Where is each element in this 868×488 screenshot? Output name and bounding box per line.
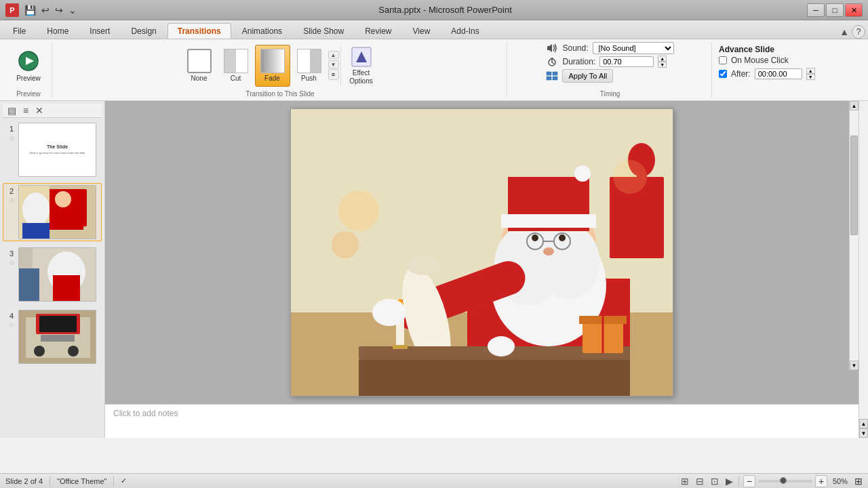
slide-thumb-2[interactable]: 2 ☆ xyxy=(3,183,102,241)
zoom-in-btn[interactable]: + xyxy=(815,475,827,487)
scroll-thumb[interactable] xyxy=(850,136,858,236)
tab-transitions[interactable]: Transitions xyxy=(167,23,231,39)
svg-point-42 xyxy=(574,165,591,182)
close-panel-btn[interactable]: ✕ xyxy=(33,105,45,116)
svg-point-69 xyxy=(372,299,406,326)
tab-file[interactable]: File xyxy=(3,23,36,39)
status-sep-1 xyxy=(50,476,50,486)
on-mouse-click-checkbox[interactable] xyxy=(719,56,727,64)
svg-rect-41 xyxy=(501,214,596,228)
reading-view-btn[interactable]: ⊡ xyxy=(709,476,720,487)
scroll-up-btn[interactable]: ▲ xyxy=(850,101,859,110)
slide-thumb-3[interactable]: 3 ☆ xyxy=(3,245,102,304)
tab-home[interactable]: Home xyxy=(37,23,79,39)
scroll-up-btn[interactable]: ▲ xyxy=(328,51,339,59)
minimize-button[interactable]: ─ xyxy=(807,3,825,17)
duration-row: Duration: ▲ ▼ xyxy=(546,56,667,68)
customize-quick-btn[interactable]: ⌄ xyxy=(67,5,78,16)
after-label: After: xyxy=(731,69,751,79)
svg-point-51 xyxy=(406,255,440,275)
push-icon xyxy=(297,49,321,73)
adjust-up-btn[interactable]: ▲ xyxy=(859,419,868,428)
apply-row: Apply To All xyxy=(546,69,613,83)
close-button[interactable]: ✕ xyxy=(845,3,863,17)
slide-img-container-4 xyxy=(18,310,96,364)
ribbon-collapse-btn[interactable]: ▲ xyxy=(840,26,849,37)
svg-point-45 xyxy=(543,247,554,256)
scroll-down-btn[interactable]: ▼ xyxy=(328,60,339,68)
push-transition-btn[interactable]: Push xyxy=(292,45,327,87)
slide-star-2: ☆ xyxy=(9,197,15,204)
apply-to-all-btn[interactable]: Apply To All xyxy=(562,69,613,83)
tab-animations[interactable]: Animations xyxy=(232,23,292,39)
after-down-btn[interactable]: ▼ xyxy=(806,74,815,80)
tab-bar: File Home Insert Design Transitions Anim… xyxy=(0,20,868,39)
after-row: After: ▲ ▼ xyxy=(719,68,857,80)
scroll-down-btn[interactable]: ▼ xyxy=(850,361,859,370)
slide-panel: ▤ ≡ ✕ 1 ☆ The Slide Click to go here for… xyxy=(0,101,105,438)
save-quick-btn[interactable]: 💾 xyxy=(23,5,37,16)
svg-point-68 xyxy=(332,231,359,258)
slides-view-btn[interactable]: ▤ xyxy=(5,105,18,116)
zoom-slider-thumb[interactable] xyxy=(780,477,787,484)
after-input[interactable] xyxy=(755,68,802,79)
sound-label: Sound: xyxy=(562,43,588,53)
tab-insert[interactable]: Insert xyxy=(79,23,120,39)
scroll-expand-btn[interactable]: ≡ xyxy=(328,69,339,80)
slide2-preview-img xyxy=(19,186,96,239)
zoom-slider[interactable] xyxy=(758,480,812,483)
svg-point-29 xyxy=(34,346,45,357)
tab-review[interactable]: Review xyxy=(355,23,401,39)
notes-area[interactable]: Click to add notes xyxy=(105,404,859,438)
svg-point-67 xyxy=(613,160,647,194)
window-title: Santa.pptx - Microsoft PowerPoint xyxy=(83,5,807,15)
cut-transition-btn[interactable]: Cut xyxy=(218,45,254,87)
effect-options-btn[interactable]: EffectOptions xyxy=(344,46,379,85)
canvas-container: ▲ ▼ xyxy=(105,101,859,438)
slide-info: Slide 2 of 4 xyxy=(5,477,43,485)
preview-button[interactable]: Preview xyxy=(11,45,46,87)
redo-quick-btn[interactable]: ↪ xyxy=(54,5,64,16)
slide4-preview-img xyxy=(19,310,96,364)
svg-point-14 xyxy=(55,191,71,207)
tab-design[interactable]: Design xyxy=(121,23,166,39)
canvas-area: ▲ ▼ xyxy=(105,101,859,404)
slide1-body: Click to go here for more notes under th… xyxy=(29,151,85,155)
scroll-track xyxy=(850,110,859,361)
slide-img-1: The Slide Click to go here for more note… xyxy=(18,123,100,177)
tab-addins[interactable]: Add-Ins xyxy=(441,23,489,39)
slide3-preview-img xyxy=(19,248,96,302)
zoom-out-btn[interactable]: − xyxy=(743,475,755,487)
after-checkbox[interactable] xyxy=(719,70,727,78)
tab-slideshow[interactable]: Slide Show xyxy=(293,23,354,39)
svg-rect-54 xyxy=(359,360,630,396)
fade-icon xyxy=(260,49,285,73)
duration-down-btn[interactable]: ▼ xyxy=(658,62,667,68)
slide1-preview: The Slide Click to go here for more note… xyxy=(19,123,96,176)
outline-view-btn[interactable]: ≡ xyxy=(21,105,31,116)
duration-input[interactable] xyxy=(599,56,654,67)
check-icon: ✓ xyxy=(121,476,127,485)
slide-sorter-btn[interactable]: ⊟ xyxy=(694,476,705,487)
adjust-down-btn[interactable]: ▼ xyxy=(859,428,868,438)
slideshow-btn[interactable]: ▶ xyxy=(724,476,734,487)
normal-view-btn[interactable]: ⊞ xyxy=(679,476,690,487)
none-transition-btn[interactable]: None xyxy=(182,45,217,87)
none-icon xyxy=(187,49,212,73)
svg-point-66 xyxy=(338,190,379,231)
fit-slide-btn[interactable]: ⊞ xyxy=(854,476,863,487)
sound-dropdown[interactable]: [No Sound] xyxy=(593,42,674,54)
after-up-btn[interactable]: ▲ xyxy=(806,68,815,74)
fade-transition-btn[interactable]: Fade xyxy=(255,45,290,87)
help-btn[interactable]: ? xyxy=(852,25,865,39)
maximize-button[interactable]: □ xyxy=(826,3,844,17)
main-area: ▤ ≡ ✕ 1 ☆ The Slide Click to go here for… xyxy=(0,101,868,438)
duration-up-btn[interactable]: ▲ xyxy=(658,56,667,62)
slide-thumb-1[interactable]: 1 ☆ The Slide Click to go here for more … xyxy=(3,121,102,179)
slide-thumb-4[interactable]: 4 ☆ xyxy=(3,308,102,366)
svg-point-17 xyxy=(22,192,50,226)
tab-view[interactable]: View xyxy=(403,23,441,39)
undo-quick-btn[interactable]: ↩ xyxy=(40,5,51,16)
slide-num-col-4: 4 ☆ xyxy=(5,310,18,329)
advance-slide-group: Advance Slide On Mouse Click After: ▲ ▼ xyxy=(713,42,863,98)
